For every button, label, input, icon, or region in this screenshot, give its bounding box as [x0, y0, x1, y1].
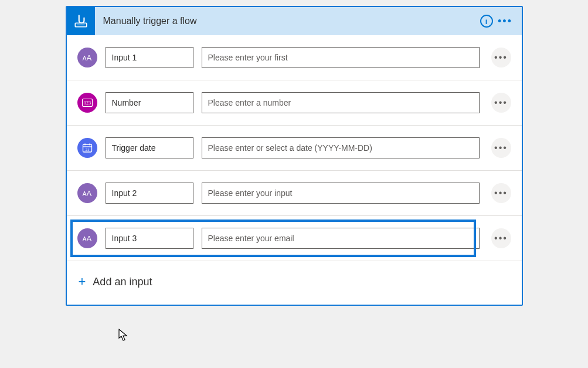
input-name-field[interactable]	[106, 47, 193, 68]
input-more-button[interactable]: •••	[491, 93, 511, 113]
card-menu-button[interactable]: •••	[496, 12, 515, 31]
input-more-button[interactable]: •••	[491, 183, 511, 203]
info-button[interactable]: i	[477, 12, 496, 31]
input-name-field[interactable]	[106, 228, 193, 249]
info-icon: i	[480, 15, 493, 28]
inputs-list: AA•••123•••21•••AA•••AA•••	[67, 35, 522, 261]
input-more-button[interactable]: •••	[491, 48, 511, 67]
input-more-button[interactable]: •••	[491, 138, 511, 158]
plus-icon: +	[79, 274, 86, 289]
input-more-button[interactable]: •••	[491, 228, 511, 248]
ellipsis-icon: •••	[494, 53, 508, 62]
text-type-icon: AA	[77, 183, 97, 203]
add-input-label: Add an input	[93, 276, 152, 288]
trigger-icon	[67, 7, 95, 35]
ellipsis-icon: •••	[498, 16, 512, 26]
trigger-card: Manually trigger a flow i ••• AA•••123••…	[66, 6, 523, 306]
input-description-field[interactable]	[202, 228, 480, 249]
card-title: Manually trigger a flow	[103, 16, 477, 26]
date-type-icon: 21	[77, 138, 97, 158]
input-description-field[interactable]	[202, 47, 480, 68]
mouse-cursor	[118, 329, 129, 342]
number-type-icon: 123	[77, 93, 97, 113]
input-description-field[interactable]	[202, 92, 480, 113]
ellipsis-icon: •••	[494, 98, 508, 107]
text-type-icon: AA	[77, 228, 97, 248]
input-row: AA•••	[67, 35, 522, 80]
input-row: 123•••	[67, 80, 522, 126]
ellipsis-icon: •••	[494, 143, 508, 153]
ellipsis-icon: •••	[494, 234, 508, 243]
input-description-field[interactable]	[202, 137, 480, 158]
ellipsis-icon: •••	[494, 188, 508, 198]
input-row: 21•••	[67, 126, 522, 171]
input-description-field[interactable]	[202, 183, 480, 204]
input-row: AA•••	[67, 216, 522, 261]
input-name-field[interactable]	[106, 92, 193, 113]
text-type-icon: AA	[77, 48, 97, 67]
card-header: Manually trigger a flow i •••	[67, 7, 522, 35]
input-name-field[interactable]	[106, 183, 193, 204]
add-input-button[interactable]: + Add an input	[67, 261, 522, 305]
svg-text:21: 21	[85, 147, 89, 151]
input-name-field[interactable]	[106, 137, 193, 158]
input-row: AA•••	[67, 171, 522, 216]
svg-text:123: 123	[84, 100, 91, 106]
